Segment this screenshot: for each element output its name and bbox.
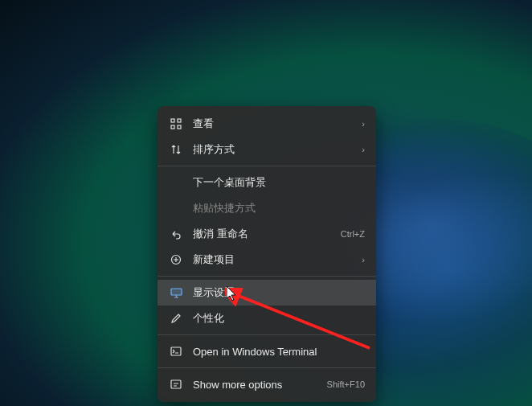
menu-item-more-options[interactable]: Show more options Shift+F10 — [158, 371, 376, 397]
menu-item-label: 下一个桌面背景 — [193, 175, 365, 190]
svg-rect-7 — [171, 380, 181, 388]
chevron-right-icon: › — [362, 145, 365, 154]
svg-rect-6 — [171, 347, 181, 355]
menu-item-sort[interactable]: 排序方式 › — [158, 137, 376, 162]
menu-item-label: Show more options — [193, 379, 327, 391]
menu-item-view[interactable]: 查看 › — [158, 111, 376, 137]
menu-separator — [158, 166, 376, 166]
svg-rect-2 — [171, 125, 174, 129]
svg-rect-0 — [171, 119, 174, 122]
svg-rect-3 — [178, 125, 181, 129]
terminal-icon — [169, 344, 183, 359]
undo-icon — [169, 227, 183, 241]
menu-separator — [158, 276, 376, 277]
desktop-context-menu: 查看 › 排序方式 › 下一个桌面背景 粘贴快捷方式 撤消 重命名 Ctrl+Z — [158, 106, 376, 402]
new-icon — [169, 252, 183, 267]
svg-rect-5 — [171, 289, 182, 295]
menu-item-label: 排序方式 — [193, 142, 362, 157]
personalize-icon — [169, 311, 183, 326]
display-icon — [169, 285, 183, 300]
menu-item-label: Open in Windows Terminal — [193, 346, 365, 358]
menu-item-label: 个性化 — [193, 311, 365, 326]
menu-item-label: 撤消 重命名 — [193, 227, 341, 241]
menu-item-terminal[interactable]: Open in Windows Terminal — [158, 338, 376, 364]
menu-separator — [158, 367, 376, 368]
sort-icon — [169, 142, 183, 157]
menu-item-shortcut: Ctrl+Z — [341, 229, 365, 239]
menu-separator — [158, 334, 376, 335]
menu-item-shortcut: Shift+F10 — [327, 379, 365, 389]
menu-item-label: 显示设置 — [193, 285, 365, 300]
view-icon — [169, 117, 183, 131]
menu-item-next-background[interactable]: 下一个桌面背景 — [158, 170, 376, 195]
menu-item-display-settings[interactable]: 显示设置 — [158, 280, 376, 306]
menu-item-paste-shortcut: 粘贴快捷方式 — [158, 195, 376, 221]
menu-item-label: 新建项目 — [193, 252, 362, 267]
menu-item-label: 查看 — [193, 117, 362, 131]
menu-item-undo[interactable]: 撤消 重命名 Ctrl+Z — [158, 221, 376, 247]
chevron-right-icon: › — [362, 119, 365, 129]
chevron-right-icon: › — [362, 255, 365, 265]
menu-item-label: 粘贴快捷方式 — [193, 201, 365, 215]
menu-item-personalize[interactable]: 个性化 — [158, 306, 376, 331]
svg-rect-1 — [178, 119, 181, 122]
more-options-icon — [169, 377, 183, 392]
menu-item-new[interactable]: 新建项目 › — [158, 247, 376, 273]
